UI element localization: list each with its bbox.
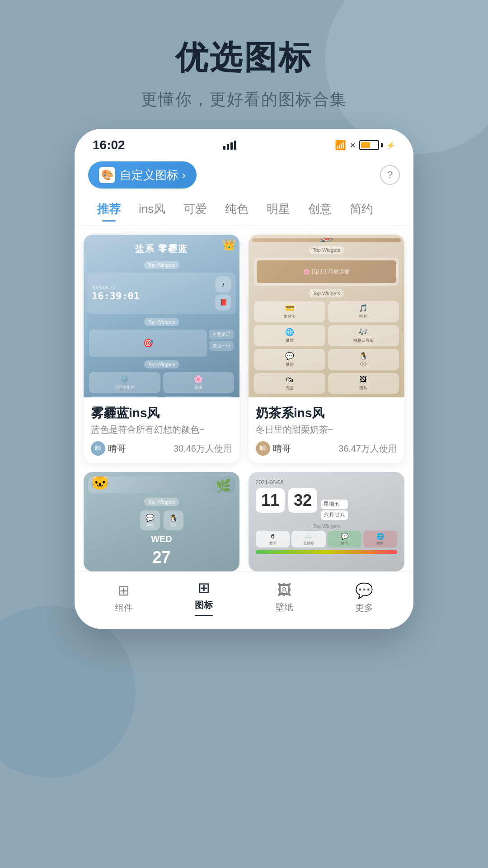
tab-creative[interactable]: 创意 (299, 198, 341, 221)
nav-item-wallpaper[interactable]: 🖼 壁纸 (275, 582, 293, 613)
nature-app-qq: 🐧 QQ (164, 510, 183, 530)
nav-item-icon[interactable]: ⊞ 图标 (195, 579, 213, 616)
nav-icon-icon: ⊞ (198, 579, 210, 596)
card-cream-preview: 📚 Top Widgets 🌸 四川天府健康通 Top Widgets 💳支付宝… (249, 235, 404, 397)
mock-book-icon: 📕 (215, 294, 231, 311)
cal-app-4: 🌐 微博 (363, 531, 397, 547)
card-cream-meta: 晴 晴哥 36.47万人使用 (256, 441, 397, 456)
nature-image-area: 🐱 🌿 (88, 476, 235, 493)
nature-top-widgets: Top Widgets (144, 498, 179, 506)
nav-active-indicator (195, 615, 213, 616)
tab-recommended[interactable]: 推荐 (88, 198, 130, 221)
mock-right-icons: 主意笔记 微信一日 (209, 330, 234, 357)
mock-app-grid: ⚙️万能小组件 🌸美图 ▶️腾讯视频 📺哔哩哔哩 (87, 372, 236, 397)
custom-icon-button[interactable]: 🎨 自定义图标 › (88, 161, 197, 189)
cal-day-info: 星期五 六月廿八 (321, 500, 348, 520)
card-blue-meta: 晴 晴哥 30.46万人使用 (91, 441, 232, 456)
mock-music-icon: ♪ (215, 276, 231, 292)
cal-lunar: 六月廿八 (321, 510, 348, 520)
cal-app-3: 💬 微信 (328, 531, 361, 547)
cal-app-grid: 6 数字 ☁️ 云储存 💬 微信 🌐 微博 (256, 531, 397, 547)
nav-widget-icon: ⊞ (117, 582, 130, 599)
nature-app-wechat: 💬 微信 (140, 510, 160, 530)
cal-app-1: 6 数字 (256, 531, 290, 547)
mock-image-1: 📚 (252, 238, 401, 242)
mock-app-meitou: 🌸美图 (163, 372, 235, 393)
tab-ins[interactable]: ins风 (130, 198, 174, 221)
cal-app-2: ☁️ 云储存 (291, 531, 325, 547)
mock-screen-blue: 盐系 零霾蓝 Top Widgets 2021-06-23 16:39:01 ♪… (84, 235, 239, 397)
bottom-cards-grid: 🐱 🌿 Top Widgets 💬 微信 🐧 QQ WED (75, 472, 413, 571)
tab-star[interactable]: 明星 (258, 198, 299, 221)
nav-wallpaper-label: 壁纸 (275, 601, 293, 613)
page-subtitle: 更懂你，更好看的图标合集 (0, 89, 488, 111)
cal-hour: 11 (256, 488, 285, 513)
card-nature[interactable]: 🐱 🌿 Top Widgets 💬 微信 🐧 QQ WED (84, 472, 239, 571)
nav-item-more[interactable]: 💬 更多 (355, 582, 373, 614)
cream-app-photos: 🖼照片 (328, 373, 399, 394)
mock-widget-label: 主意笔记 (209, 330, 234, 340)
card-blue-users: 30.46万人使用 (174, 443, 232, 455)
nature-app-row: 💬 微信 🐧 QQ (140, 510, 183, 530)
mock-image-collage: 📚 (252, 238, 401, 242)
cal-progress (256, 550, 397, 554)
nature-mock-content: 🐱 🌿 Top Widgets 💬 微信 🐧 QQ WED (84, 472, 239, 571)
cal-weekday: 星期五 (321, 500, 348, 509)
card-blue-author-row: 晴 晴哥 (91, 441, 126, 456)
mock-date: 2021-06-23 (92, 285, 140, 290)
date-number: 27 (152, 548, 170, 567)
cream-app-zhifubao: 💳支付宝 (254, 301, 325, 322)
top-widgets-badge: Top Widgets (144, 261, 179, 269)
mock-screen-cream: 📚 Top Widgets 🌸 四川天府健康通 Top Widgets 💳支付宝… (249, 235, 404, 397)
cream-app-wechat: 💬微信 (254, 349, 325, 370)
cream-app-taobao: 🛍淘宝 (254, 373, 325, 394)
nature-app-qq-label: QQ (170, 523, 176, 527)
cream-app-grid: 💳支付宝 🎵抖音 🌐微博 🎶网易云音乐 (252, 301, 401, 346)
mock-clock: 2021-06-23 16:39:01 ♪ 📕 (87, 273, 236, 314)
mock-time: 16:39:01 (92, 290, 140, 302)
cal-big-numbers: 11 32 星期五 六月廿八 (256, 488, 397, 520)
cream-app-weibo: 🌐微博 (254, 325, 325, 346)
card-blue-ins[interactable]: 👑 盐系 零霾蓝 Top Widgets 2021-06-23 16:39:01… (84, 235, 239, 463)
cat-icon: 🐱 (88, 476, 112, 493)
cream-app-douyin: 🎵抖音 (328, 301, 399, 322)
card-cream-title: 奶茶系ins风 (256, 405, 397, 422)
tab-plain[interactable]: 纯色 (216, 198, 258, 221)
plant-icon: 🌿 (216, 478, 231, 493)
tab-cute[interactable]: 可爱 (174, 198, 216, 221)
mock-center-area: 🎯 主意笔记 微信一日 (87, 330, 236, 357)
cream-app-music: 🎶网易云音乐 (328, 325, 399, 346)
mock-app-bilibili: 📺哔哩哔哩 (163, 396, 235, 397)
category-tabs: 推荐 ins风 可爱 纯色 明星 创意 简约 (75, 191, 413, 226)
custom-banner: 🎨 自定义图标 › ? (88, 161, 400, 189)
bottom-nav-bar: ⊞ 组件 ⊞ 图标 🖼 壁纸 💬 更多 (75, 571, 413, 629)
custom-btn-label: 自定义图标 › (120, 167, 186, 183)
card-cream-desc: 冬日里的甜栗奶茶~ (256, 424, 397, 436)
cream-image-wide: 🌸 四川天府健康通 (254, 258, 399, 286)
mock-app-tencent: ▶️腾讯视频 (89, 396, 160, 397)
signal-x-icon: ✕ (350, 141, 356, 150)
nav-item-widget[interactable]: ⊞ 组件 (115, 582, 133, 614)
cal-top-widgets: Top Widgets (256, 524, 397, 529)
top-widgets-badge-3: Top Widgets (144, 360, 179, 368)
wifi-icon: 📶 (335, 140, 346, 151)
signal-icon (223, 141, 236, 150)
custom-icon: 🎨 (99, 167, 115, 183)
crown-icon: 👑 (222, 238, 236, 251)
cream-top-widgets: Top Widgets (309, 246, 344, 254)
cream-banner: 🌸 四川天府健康通 (257, 260, 396, 283)
mock-title: 盐系 零霾蓝 (87, 238, 236, 257)
header-section: 优选图标 更懂你，更好看的图标合集 (0, 0, 488, 129)
nav-widget-label: 组件 (115, 602, 133, 614)
card-cream-author: 晴哥 (273, 443, 291, 455)
card-cream-ins[interactable]: 📚 Top Widgets 🌸 四川天府健康通 Top Widgets 💳支付宝… (249, 235, 404, 463)
top-widgets-badge-2: Top Widgets (144, 318, 179, 326)
card-cream-avatar: 晴 (256, 441, 270, 456)
nav-wallpaper-icon: 🖼 (277, 582, 291, 599)
card-blue-avatar: 晴 (91, 441, 105, 456)
card-cream-info: 奶茶系ins风 冬日里的甜栗奶茶~ 晴 晴哥 36.47万人使用 (249, 397, 404, 463)
card-blue-desc: 蓝色是符合所有幻想的颜色~ (91, 424, 232, 436)
help-button[interactable]: ? (380, 165, 400, 185)
card-calendar[interactable]: 2021-08-06 11 32 星期五 六月廿八 Top Widgets 6 … (249, 472, 404, 571)
tab-simple[interactable]: 简约 (341, 198, 382, 221)
